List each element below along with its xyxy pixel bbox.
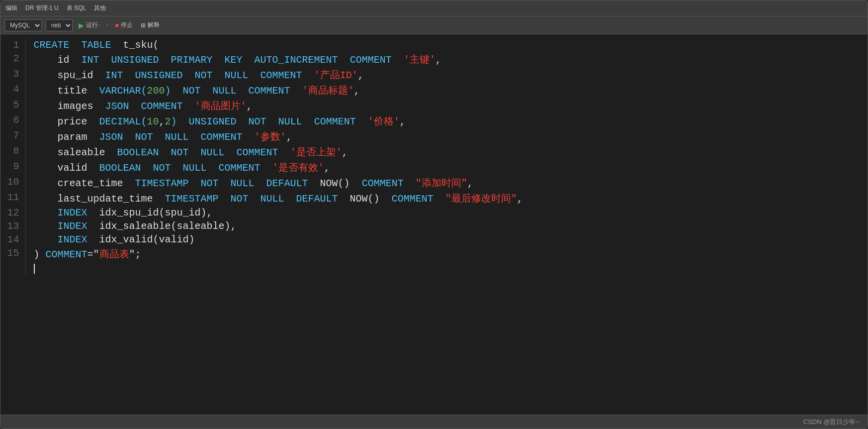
line-code-4: title VARCHAR(200) NOT NULL COMMENT '商品标…: [25, 83, 868, 98]
line-code-10: create_time TIMESTAMP NOT NULL DEFAULT N…: [25, 175, 868, 191]
run-label: 运行·: [86, 21, 99, 29]
line-num-7: 7: [0, 129, 25, 144]
code-line-15: 15 ) COMMENT="商品表";: [0, 246, 868, 262]
status-bar: CSDN @昔日少年~: [0, 415, 868, 429]
line-num-9: 9: [0, 160, 25, 175]
explain-icon: ⊞: [141, 22, 146, 29]
line-num-5: 5: [0, 98, 25, 113]
separator: ·: [105, 22, 109, 29]
cursor-line-code: [25, 262, 868, 275]
code-line-7: 7 param JSON NOT NULL COMMENT '参数',: [0, 129, 868, 144]
line-num-3: 3: [0, 67, 25, 83]
line-code-11: last_update_time TIMESTAMP NOT NULL DEFA…: [25, 191, 868, 206]
line-num-15: 15: [0, 246, 25, 262]
run-icon: ▶: [79, 21, 84, 29]
line-num-2: 2: [0, 52, 25, 67]
line-code-2: id INT UNSIGNED PRIMARY KEY AUTO_INCREME…: [25, 52, 868, 67]
line-code-15: ) COMMENT="商品表";: [25, 246, 868, 262]
code-editor[interactable]: 1 CREATE TABLE t_sku( 2 id INT UNSIGNED …: [0, 34, 868, 415]
main-window: 编辑 DR 管理·1 U 表 SQL 其他 MySQL neti ▶ 运行· ·…: [0, 0, 868, 429]
line-code-1: CREATE TABLE t_sku(: [25, 38, 868, 52]
run-button[interactable]: ▶ 运行·: [77, 20, 101, 30]
line-code-8: saleable BOOLEAN NOT NULL COMMENT '是否上架'…: [25, 144, 868, 160]
line-code-13: INDEX idx_saleable(saleable),: [25, 219, 868, 233]
line-num-11: 11: [0, 191, 25, 206]
code-line-2: 2 id INT UNSIGNED PRIMARY KEY AUTO_INCRE…: [0, 52, 868, 67]
explain-label: 解释: [148, 21, 160, 29]
line-num-4: 4: [0, 83, 25, 98]
text-cursor: [34, 264, 35, 274]
cursor-line-num: [0, 262, 25, 275]
line-code-14: INDEX idx_valid(valid): [25, 233, 868, 246]
title-item-other[interactable]: 其他: [94, 4, 106, 12]
title-item-sql[interactable]: 表 SQL: [67, 4, 86, 12]
title-item-edit[interactable]: 编辑: [5, 4, 17, 12]
code-line-1: 1 CREATE TABLE t_sku(: [0, 38, 868, 52]
code-line-8: 8 saleable BOOLEAN NOT NULL COMMENT '是否上…: [0, 144, 868, 160]
line-num-8: 8: [0, 144, 25, 160]
code-line-13: 13 INDEX idx_saleable(saleable),: [0, 219, 868, 233]
line-num-13: 13: [0, 219, 25, 233]
explain-button[interactable]: ⊞ 解释: [139, 20, 162, 30]
stop-icon: ■: [115, 22, 119, 29]
line-num-1: 1: [0, 38, 25, 52]
stop-label: 停止: [121, 21, 133, 29]
code-line-14: 14 INDEX idx_valid(valid): [0, 233, 868, 246]
line-num-14: 14: [0, 233, 25, 246]
line-code-3: spu_id INT UNSIGNED NOT NULL COMMENT '产品…: [25, 67, 868, 83]
code-line-11: 11 last_update_time TIMESTAMP NOT NULL D…: [0, 191, 868, 206]
line-num-6: 6: [0, 113, 25, 129]
toolbar: MySQL neti ▶ 运行· · ■ 停止 ⊞ 解释: [0, 16, 868, 34]
code-line-5: 5 images JSON COMMENT '商品图片',: [0, 98, 868, 113]
code-line-4: 4 title VARCHAR(200) NOT NULL COMMENT '商…: [0, 83, 868, 98]
stop-button[interactable]: ■ 停止: [113, 20, 135, 30]
code-line-6: 6 price DECIMAL(10,2) UNSIGNED NOT NULL …: [0, 113, 868, 129]
title-item-dr[interactable]: DR 管理·1 U: [25, 4, 59, 12]
code-line-10: 10 create_time TIMESTAMP NOT NULL DEFAUL…: [0, 175, 868, 191]
status-text: CSDN @昔日少年~: [803, 418, 860, 427]
code-line-3: 3 spu_id INT UNSIGNED NOT NULL COMMENT '…: [0, 67, 868, 83]
line-num-10: 10: [0, 175, 25, 191]
line-num-12: 12: [0, 206, 25, 219]
line-code-5: images JSON COMMENT '商品图片',: [25, 98, 868, 113]
code-table: 1 CREATE TABLE t_sku( 2 id INT UNSIGNED …: [0, 38, 868, 275]
table-select[interactable]: neti: [46, 19, 73, 31]
line-code-9: valid BOOLEAN NOT NULL COMMENT '是否有效',: [25, 160, 868, 175]
db-select[interactable]: MySQL: [4, 19, 42, 31]
code-line-9: 9 valid BOOLEAN NOT NULL COMMENT '是否有效',: [0, 160, 868, 175]
title-bar: 编辑 DR 管理·1 U 表 SQL 其他: [0, 0, 868, 16]
line-code-12: INDEX idx_spu_id(spu_id),: [25, 206, 868, 219]
cursor-row: [0, 262, 868, 275]
line-code-7: param JSON NOT NULL COMMENT '参数',: [25, 129, 868, 144]
line-code-6: price DECIMAL(10,2) UNSIGNED NOT NULL CO…: [25, 113, 868, 129]
code-line-12: 12 INDEX idx_spu_id(spu_id),: [0, 206, 868, 219]
